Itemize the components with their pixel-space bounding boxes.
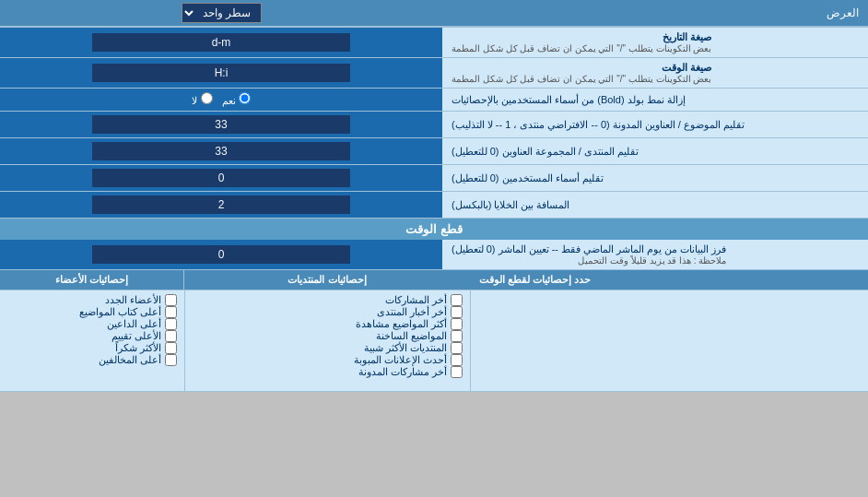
usernames-label: تقليم أسماء المستخدمين (0 للتعطيل) <box>442 165 868 191</box>
stat-forum-news[interactable]: أخر أخبار المنتدى <box>193 306 463 318</box>
bold-remove-yes-label[interactable]: نعم <box>222 92 251 107</box>
date-format-input-container <box>0 28 442 57</box>
bold-remove-options: نعم لا <box>0 89 442 111</box>
topic-titles-input[interactable] <box>92 115 350 134</box>
cutoff-label: فرز البيانات من يوم الماشر الماضي فقط --… <box>442 240 868 269</box>
stats-left-area: الأعضاء الجدد أعلى كتاب المواضيع أعلى ال… <box>0 290 184 391</box>
usernames-input[interactable] <box>92 169 350 187</box>
stats-right-area <box>470 290 868 391</box>
forum-titles-label: تقليم المنتدى / المجموعة العناوين (0 للت… <box>442 138 868 164</box>
stats-middle-area: أخر المشاركات أخر أخبار المنتدى أكثر الم… <box>184 290 470 391</box>
time-format-input-container <box>0 58 442 88</box>
cutoff-input[interactable] <box>92 245 350 264</box>
spacing-input-container <box>0 192 442 218</box>
bold-remove-no-radio[interactable] <box>201 92 213 104</box>
stat-hot-topics[interactable]: المواضيع الساخنة <box>193 330 463 342</box>
stat-similar-forums[interactable]: المنتديات الأكثر شبية <box>193 342 463 354</box>
stat-top-inviters[interactable]: أعلى الداعين <box>7 318 177 330</box>
bold-remove-yes-radio[interactable] <box>239 92 251 104</box>
section-title: العرض <box>442 3 868 23</box>
display-dropdown[interactable]: سطر واحد سطرين ثلاثة أسطر <box>182 3 262 23</box>
stat-last-posts[interactable]: أخر المشاركات <box>193 294 463 306</box>
forum-titles-input[interactable] <box>92 142 350 160</box>
stat-most-thanks[interactable]: الأكثر شكراً <box>7 342 177 354</box>
stat-most-viewed[interactable]: أكثر المواضيع مشاهدة <box>193 318 463 330</box>
cutoff-section-header: قطع الوقت <box>405 222 463 236</box>
spacing-label: المسافة بين الخلايا (بالبكسل) <box>442 192 868 218</box>
spacing-input[interactable] <box>92 195 350 214</box>
stat-blog-posts[interactable]: أخر مشاركات المدونة <box>193 366 463 378</box>
stat-latest-ads[interactable]: أحدث الإعلانات المبوبة <box>193 354 463 366</box>
stat-top-writers[interactable]: أعلى كتاب المواضيع <box>7 306 177 318</box>
topic-titles-input-container <box>0 112 442 137</box>
date-format-label: صيغة التاريخ بعض التكوينات يتطلب "/" الت… <box>442 28 868 57</box>
date-format-input[interactable] <box>92 33 350 52</box>
stats-section-header: حدد إحصائيات لقطع الوقت <box>470 270 868 290</box>
stats-middle-header: إحصائيات المنتديات <box>287 274 366 286</box>
stats-left-header: إحصائيات الأعضاء <box>55 274 128 286</box>
usernames-input-container <box>0 165 442 191</box>
bold-remove-label: إزالة نمط بولد (Bold) من أسماء المستخدمي… <box>442 89 868 111</box>
stat-new-members[interactable]: الأعضاء الجدد <box>7 294 177 306</box>
time-format-label: صيغة الوقت بعض التكوينات يتطلب "/" التي … <box>442 58 868 88</box>
forum-titles-input-container <box>0 138 442 164</box>
topic-titles-label: تقليم الموضوع / العناوين المدونة (0 -- ا… <box>442 112 868 137</box>
bold-remove-no-label[interactable]: لا <box>192 92 212 107</box>
stat-top-violators[interactable]: أعلى المخالفين <box>7 354 177 366</box>
cutoff-input-container <box>0 240 442 269</box>
stat-highest-rated[interactable]: الأعلى تقييم <box>7 330 177 342</box>
time-format-input[interactable] <box>92 64 350 82</box>
